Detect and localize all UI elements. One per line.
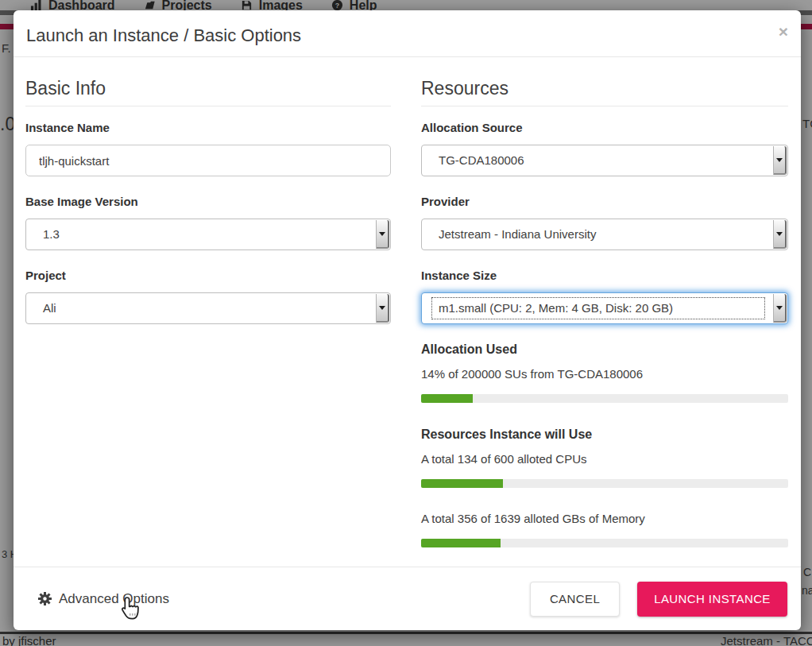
select-value: TG-CDA180006 xyxy=(433,151,764,170)
base-image-version-select[interactable]: 1.3 xyxy=(25,219,391,250)
progress-fill xyxy=(421,394,473,403)
gear-icon xyxy=(38,592,52,605)
allocation-source-select[interactable]: TG-CDA180006 xyxy=(421,145,788,176)
advanced-options-button[interactable]: Advanced Options xyxy=(38,591,169,607)
allocation-used-text: 14% of 200000 SUs from TG-CDA180006 xyxy=(421,367,788,381)
instance-name-input[interactable] xyxy=(25,145,391,176)
progress-fill xyxy=(421,479,503,488)
project-label: Project xyxy=(25,269,391,282)
svg-text:?: ? xyxy=(335,2,339,10)
provider-label: Provider xyxy=(421,195,788,208)
section-heading-resources: Resources xyxy=(421,77,788,106)
progress-fill xyxy=(421,539,501,547)
chevron-down-icon xyxy=(773,146,787,175)
modal-title: Launch an Instance / Basic Options xyxy=(26,25,301,46)
allocation-used-progressbar xyxy=(421,394,788,403)
close-icon[interactable]: × xyxy=(779,23,788,40)
select-value: Jetstream - Indiana University xyxy=(433,225,764,244)
allocation-used-heading: Allocation Used xyxy=(421,342,788,356)
background-text-fragment: C xyxy=(803,566,811,578)
select-value: 1.3 xyxy=(37,225,366,244)
basic-info-section: Basic Info Instance Name Base Image Vers… xyxy=(25,77,391,324)
launch-instance-button[interactable]: LAUNCH INSTANCE xyxy=(637,582,787,617)
chevron-down-icon xyxy=(376,294,389,323)
background-text-fragment: TG xyxy=(802,117,812,130)
background-provider-text: Jetstream - TACC xyxy=(721,634,812,646)
select-value: m1.small (CPU: 2, Mem: 4 GB, Disk: 20 GB… xyxy=(433,299,764,318)
advanced-options-label: Advanced Options xyxy=(59,591,169,607)
cancel-button[interactable]: CANCEL xyxy=(530,582,620,617)
provider-select[interactable]: Jetstream - Indiana University xyxy=(421,219,788,250)
base-image-version-label: Base Image Version xyxy=(25,195,391,208)
modal-header: Launch an Instance / Basic Options × xyxy=(14,10,801,57)
chevron-down-icon xyxy=(773,220,787,249)
cpu-usage-progressbar xyxy=(421,479,788,488)
background-divider xyxy=(0,632,812,634)
hand-pointer-cursor xyxy=(119,596,141,625)
section-heading-basic-info: Basic Info xyxy=(25,77,391,106)
chevron-down-icon xyxy=(376,220,389,249)
instance-will-use-heading: Resources Instance will Use xyxy=(421,427,788,441)
memory-usage-progressbar xyxy=(421,539,788,547)
memory-usage-text: A total 356 of 1639 alloted GBs of Memor… xyxy=(421,512,788,526)
chevron-down-icon xyxy=(773,294,787,323)
background-byline: by jfischer xyxy=(2,634,56,646)
launch-instance-modal: Launch an Instance / Basic Options × Bas… xyxy=(14,10,801,630)
instance-name-label: Instance Name xyxy=(25,121,391,134)
instance-size-select[interactable]: m1.small (CPU: 2, Mem: 4 GB, Disk: 20 GB… xyxy=(421,292,788,324)
background-text-fragment: na xyxy=(802,584,812,597)
project-select[interactable]: Ali xyxy=(25,292,391,324)
allocation-source-label: Allocation Source xyxy=(421,121,788,134)
instance-size-label: Instance Size xyxy=(421,269,788,282)
cpu-usage-text: A total 134 of 600 alloted CPUs xyxy=(421,452,788,466)
resources-section: Resources Allocation Source TG-CDA180006… xyxy=(421,77,788,547)
select-value: Ali xyxy=(37,299,366,318)
background-text-fragment: F. xyxy=(2,41,11,55)
